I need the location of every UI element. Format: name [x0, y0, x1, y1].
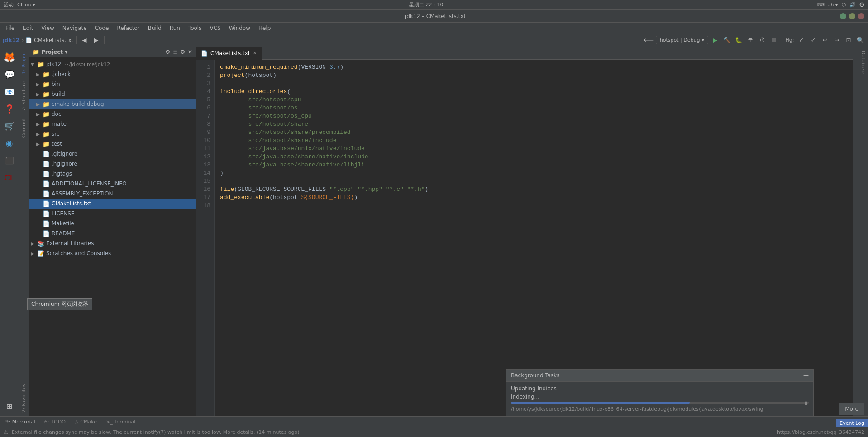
todo-label: TODO — [51, 419, 66, 425]
menu-file[interactable]: File — [2, 24, 18, 32]
terminal-icon-bottom: >_ — [106, 419, 113, 425]
tree-item-cmakelists[interactable]: ▶ 📄 CMakeLists.txt — [29, 199, 196, 209]
root-path: ~/jdksource/jdk12 — [65, 62, 110, 67]
menu-build[interactable]: Build — [144, 24, 165, 32]
side-tab-project[interactable]: 1: Project — [19, 47, 29, 78]
tree-item-build[interactable]: ▶ 📁 build — [29, 89, 196, 99]
minimize-button[interactable] — [840, 13, 846, 19]
forward-button[interactable]: ▶ — [91, 35, 101, 45]
menu-navigate[interactable]: Navigate — [59, 24, 91, 32]
activities-label[interactable]: 活动 — [4, 1, 14, 8]
project-filter-icon[interactable]: ≡ — [173, 49, 177, 55]
bg-tasks-close-button[interactable]: — — [803, 372, 809, 379]
app-name[interactable]: CLion ▾ — [17, 2, 35, 8]
messages-icon[interactable]: 💬 — [1, 66, 18, 82]
bg-tasks-body: Updating Indices Indexing... /home/ys/jd… — [506, 382, 813, 416]
clion-icon[interactable]: CL — [1, 169, 18, 185]
side-tab-structure[interactable]: 7: Structure — [19, 78, 29, 114]
task-indexing: Indexing... — [511, 394, 809, 400]
right-tab-database[interactable]: Database — [858, 47, 868, 78]
project-settings-icon[interactable]: ⚙ — [165, 49, 170, 55]
hg-icon[interactable]: Hg: — [785, 35, 795, 45]
side-tab-favorites[interactable]: 2: Favorites — [19, 380, 29, 416]
menu-vcs[interactable]: VCS — [206, 24, 224, 32]
tree-item-test[interactable]: ▶ 📁 test — [29, 139, 196, 149]
back-button[interactable]: ◀ — [80, 35, 90, 45]
vcs-check1[interactable]: ✓ — [796, 35, 806, 45]
side-tab-commit[interactable]: Commit — [19, 114, 29, 141]
more-button[interactable]: More — [839, 403, 864, 415]
vcs-check2[interactable]: ✓ — [808, 35, 818, 45]
help-icon[interactable]: ❓ — [1, 100, 18, 117]
event-log-button[interactable]: Event Log — [836, 419, 868, 427]
stop-button[interactable]: ⏹ — [769, 35, 779, 45]
run-with-coverage[interactable]: ☂ — [745, 35, 755, 45]
close-button[interactable] — [858, 13, 864, 19]
chromium-icon[interactable]: ◉ — [1, 135, 18, 151]
menu-code[interactable]: Code — [91, 24, 113, 32]
tree-item-additional-license[interactable]: ▶ 📄 ADDITIONAL_LICENSE_INFO — [29, 179, 196, 189]
bottom-tab-todo[interactable]: 6: TODO — [41, 418, 69, 426]
lang-indicator[interactable]: zh ▾ — [828, 2, 838, 8]
run-config-dropdown[interactable]: hotspot | Debug ▾ — [656, 36, 708, 44]
power-icon[interactable]: ⏻ — [859, 2, 864, 8]
tree-item-doc[interactable]: ▶ 📁 doc — [29, 109, 196, 119]
vcs-forward[interactable]: ↪ — [832, 35, 842, 45]
tree-item-assembly-exception[interactable]: ▶ 📄 ASSEMBLY_EXCEPTION — [29, 189, 196, 199]
mercurial-label: Mercurial — [12, 419, 35, 425]
project-gear-icon[interactable]: ⚙ — [180, 49, 185, 55]
nav-back-icon[interactable]: ⟵ — [644, 35, 654, 45]
tree-item-scratches[interactable]: ▶ 📝 Scratches and Consoles — [29, 248, 196, 258]
tree-item-jcheck[interactable]: ▶ 📁 .jcheck — [29, 69, 196, 79]
build-button[interactable]: 🔨 — [722, 35, 732, 45]
terminal-icon[interactable]: ⬛ — [1, 152, 18, 168]
debug-button[interactable]: 🐛 — [734, 35, 744, 45]
menu-edit[interactable]: Edit — [19, 24, 37, 32]
code-editor[interactable]: 12345 678910 1112131415 161718 cmake_min… — [196, 60, 853, 416]
tree-item-hgtags[interactable]: ▶ 📄 .hgtags — [29, 169, 196, 179]
search-everywhere[interactable]: 🔍 — [855, 35, 865, 45]
bottom-tab-mercurial[interactable]: 9: Mercurial — [2, 418, 39, 426]
vcs-action1[interactable]: ⊡ — [844, 35, 854, 45]
run-button[interactable]: ▶ — [710, 35, 720, 45]
tree-item-readme[interactable]: ▶ 📄 README — [29, 228, 196, 238]
amazon-icon[interactable]: 🛒 — [1, 118, 18, 134]
project-close-icon[interactable]: ✕ — [188, 49, 192, 55]
bg-tasks-pause-button[interactable]: ⏸ — [803, 400, 809, 407]
tree-item-make[interactable]: ▶ 📁 make — [29, 119, 196, 129]
mail-icon[interactable]: 📧 — [1, 83, 18, 100]
menu-run[interactable]: Run — [166, 24, 184, 32]
assembly-exception-icon: 📄 — [43, 190, 50, 197]
keyboard-icon[interactable]: ⌨ — [817, 2, 825, 8]
maximize-button[interactable] — [849, 13, 855, 19]
menu-refactor[interactable]: Refactor — [113, 24, 143, 32]
vcs-back[interactable]: ↩ — [820, 35, 830, 45]
breadcrumb-file[interactable]: 📄 CMakeLists.txt — [25, 37, 73, 43]
menu-tools[interactable]: Tools — [185, 24, 205, 32]
volume-icon[interactable]: 🔊 — [849, 2, 856, 8]
tree-item-gitignore[interactable]: ▶ 📄 .gitignore — [29, 149, 196, 159]
profile-button[interactable]: ⏱ — [757, 35, 767, 45]
tree-item-hgignore[interactable]: ▶ 📄 .hgignore — [29, 159, 196, 169]
right-gutter-scrollbar[interactable] — [853, 47, 858, 416]
code-content[interactable]: cmake_minimum_required(VERSION 3.7) proj… — [215, 60, 853, 416]
tree-item-src[interactable]: ▶ 📁 src — [29, 129, 196, 139]
menu-view[interactable]: View — [38, 24, 57, 32]
bottom-tab-cmake[interactable]: △ CMake — [71, 418, 100, 426]
tree-item-license[interactable]: ▶ 📄 LICENSE — [29, 209, 196, 218]
menu-window[interactable]: Window — [225, 24, 254, 32]
tree-item-cmake-build-debug[interactable]: ▶ 📁 cmake-build-debug — [29, 99, 196, 109]
status-url[interactable]: https://blog.csdn.net/qq_36434742 — [777, 429, 864, 435]
tab-close-button[interactable]: ✕ — [253, 50, 257, 56]
tree-item-makefile[interactable]: ▶ 📄 Makefile — [29, 218, 196, 228]
tab-cmakelists[interactable]: 📄 CMakeLists.txt ✕ — [196, 47, 262, 60]
tree-item-external-libs[interactable]: ▶ 📚 External Libraries — [29, 238, 196, 248]
tree-item-bin[interactable]: ▶ 📁 bin — [29, 79, 196, 89]
firefox-icon[interactable]: 🦊 — [1, 49, 18, 65]
grid-icon[interactable]: ⊞ — [1, 398, 18, 414]
breadcrumb-root[interactable]: jdk12 — [3, 37, 19, 43]
menu-help[interactable]: Help — [255, 24, 274, 32]
tree-root[interactable]: ▼ 📁 jdk12 ~/jdksource/jdk12 — [29, 59, 196, 69]
bottom-tab-terminal[interactable]: >_ Terminal — [102, 418, 139, 426]
network-icon[interactable]: ⬡ — [841, 2, 846, 8]
